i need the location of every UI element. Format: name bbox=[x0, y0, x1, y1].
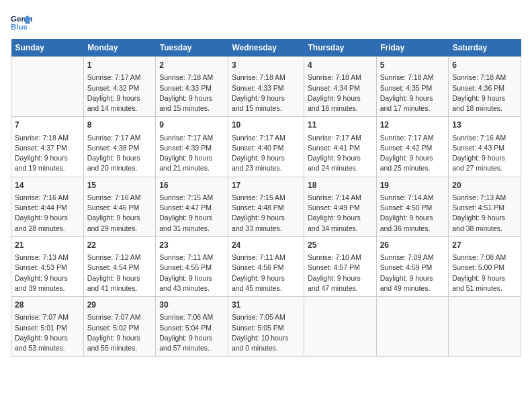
day-number: 31 bbox=[232, 300, 300, 311]
day-cell: 6Sunrise: 7:18 AM Sunset: 4:36 PM Daylig… bbox=[449, 57, 521, 117]
day-info: Sunrise: 7:18 AM Sunset: 4:35 PM Dayligh… bbox=[380, 73, 445, 113]
day-number: 19 bbox=[380, 180, 445, 191]
day-number: 9 bbox=[159, 120, 224, 131]
day-number: 22 bbox=[87, 240, 152, 251]
day-info: Sunrise: 7:09 AM Sunset: 4:59 PM Dayligh… bbox=[380, 253, 445, 293]
header-cell-friday: Friday bbox=[376, 39, 449, 57]
day-number: 27 bbox=[452, 240, 517, 251]
day-number: 21 bbox=[15, 240, 80, 251]
day-number: 11 bbox=[308, 120, 373, 131]
header-cell-thursday: Thursday bbox=[304, 39, 377, 57]
day-number: 16 bbox=[159, 180, 224, 191]
day-info: Sunrise: 7:13 AM Sunset: 4:51 PM Dayligh… bbox=[452, 193, 517, 234]
day-number: 18 bbox=[308, 180, 373, 191]
day-number: 3 bbox=[232, 60, 300, 71]
day-cell: 19Sunrise: 7:14 AM Sunset: 4:50 PM Dayli… bbox=[376, 177, 449, 236]
day-info: Sunrise: 7:15 AM Sunset: 4:48 PM Dayligh… bbox=[232, 193, 300, 234]
logo: General Blue bbox=[11, 11, 32, 32]
day-info: Sunrise: 7:14 AM Sunset: 4:50 PM Dayligh… bbox=[380, 193, 445, 234]
day-info: Sunrise: 7:18 AM Sunset: 4:33 PM Dayligh… bbox=[159, 73, 224, 113]
day-number: 7 bbox=[15, 120, 80, 131]
day-cell: 8Sunrise: 7:17 AM Sunset: 4:38 PM Daylig… bbox=[83, 117, 156, 177]
day-number: 26 bbox=[380, 240, 445, 251]
day-info: Sunrise: 7:15 AM Sunset: 4:47 PM Dayligh… bbox=[159, 193, 224, 234]
day-cell bbox=[11, 57, 84, 117]
day-cell: 22Sunrise: 7:12 AM Sunset: 4:54 PM Dayli… bbox=[83, 236, 156, 296]
day-cell: 26Sunrise: 7:09 AM Sunset: 4:59 PM Dayli… bbox=[376, 236, 449, 296]
day-cell: 18Sunrise: 7:14 AM Sunset: 4:49 PM Dayli… bbox=[304, 177, 377, 236]
day-info: Sunrise: 7:17 AM Sunset: 4:41 PM Dayligh… bbox=[308, 133, 373, 174]
day-info: Sunrise: 7:13 AM Sunset: 4:53 PM Dayligh… bbox=[15, 253, 80, 293]
day-number: 15 bbox=[87, 180, 152, 191]
day-cell bbox=[376, 297, 449, 357]
day-info: Sunrise: 7:06 AM Sunset: 5:04 PM Dayligh… bbox=[159, 312, 224, 353]
day-number: 8 bbox=[87, 120, 152, 131]
calendar-table: SundayMondayTuesdayWednesdayThursdayFrid… bbox=[11, 39, 521, 357]
header: General Blue bbox=[11, 11, 521, 32]
day-number: 20 bbox=[452, 180, 517, 191]
day-info: Sunrise: 7:17 AM Sunset: 4:39 PM Dayligh… bbox=[159, 133, 224, 174]
day-cell: 10Sunrise: 7:17 AM Sunset: 4:40 PM Dayli… bbox=[228, 117, 304, 177]
day-info: Sunrise: 7:17 AM Sunset: 4:42 PM Dayligh… bbox=[380, 133, 445, 174]
day-cell: 4Sunrise: 7:18 AM Sunset: 4:34 PM Daylig… bbox=[304, 57, 377, 117]
day-info: Sunrise: 7:18 AM Sunset: 4:37 PM Dayligh… bbox=[15, 133, 80, 174]
day-cell: 5Sunrise: 7:18 AM Sunset: 4:35 PM Daylig… bbox=[376, 57, 449, 117]
day-number: 5 bbox=[380, 60, 445, 71]
day-cell bbox=[449, 297, 521, 357]
header-cell-wednesday: Wednesday bbox=[228, 39, 304, 57]
day-cell: 3Sunrise: 7:18 AM Sunset: 4:33 PM Daylig… bbox=[228, 57, 304, 117]
day-number: 24 bbox=[232, 240, 300, 251]
day-cell: 16Sunrise: 7:15 AM Sunset: 4:47 PM Dayli… bbox=[156, 177, 228, 236]
week-row-2: 7Sunrise: 7:18 AM Sunset: 4:37 PM Daylig… bbox=[11, 117, 521, 177]
day-info: Sunrise: 7:14 AM Sunset: 4:49 PM Dayligh… bbox=[308, 193, 373, 234]
day-number: 17 bbox=[232, 180, 300, 191]
day-number: 13 bbox=[452, 120, 517, 131]
day-number: 28 bbox=[15, 300, 80, 311]
day-cell: 30Sunrise: 7:06 AM Sunset: 5:04 PM Dayli… bbox=[156, 297, 228, 357]
day-info: Sunrise: 7:08 AM Sunset: 5:00 PM Dayligh… bbox=[452, 253, 517, 293]
week-row-3: 14Sunrise: 7:16 AM Sunset: 4:44 PM Dayli… bbox=[11, 177, 521, 236]
day-cell: 31Sunrise: 7:05 AM Sunset: 5:05 PM Dayli… bbox=[228, 297, 304, 357]
day-number: 10 bbox=[232, 120, 300, 131]
header-cell-tuesday: Tuesday bbox=[156, 39, 228, 57]
day-number: 14 bbox=[15, 180, 80, 191]
day-info: Sunrise: 7:17 AM Sunset: 4:32 PM Dayligh… bbox=[87, 73, 152, 113]
week-row-5: 28Sunrise: 7:07 AM Sunset: 5:01 PM Dayli… bbox=[11, 297, 521, 357]
day-info: Sunrise: 7:18 AM Sunset: 4:33 PM Dayligh… bbox=[232, 73, 300, 113]
day-info: Sunrise: 7:16 AM Sunset: 4:43 PM Dayligh… bbox=[452, 133, 517, 174]
header-cell-saturday: Saturday bbox=[449, 39, 521, 57]
day-number: 23 bbox=[159, 240, 224, 251]
day-cell: 27Sunrise: 7:08 AM Sunset: 5:00 PM Dayli… bbox=[449, 236, 521, 296]
day-info: Sunrise: 7:05 AM Sunset: 5:05 PM Dayligh… bbox=[232, 312, 300, 353]
day-info: Sunrise: 7:18 AM Sunset: 4:36 PM Dayligh… bbox=[452, 73, 517, 113]
day-cell: 25Sunrise: 7:10 AM Sunset: 4:57 PM Dayli… bbox=[304, 236, 377, 296]
day-cell: 9Sunrise: 7:17 AM Sunset: 4:39 PM Daylig… bbox=[156, 117, 228, 177]
day-cell: 21Sunrise: 7:13 AM Sunset: 4:53 PM Dayli… bbox=[11, 236, 84, 296]
day-info: Sunrise: 7:10 AM Sunset: 4:57 PM Dayligh… bbox=[308, 253, 373, 293]
day-cell: 13Sunrise: 7:16 AM Sunset: 4:43 PM Dayli… bbox=[449, 117, 521, 177]
day-info: Sunrise: 7:16 AM Sunset: 4:44 PM Dayligh… bbox=[15, 193, 80, 234]
day-info: Sunrise: 7:07 AM Sunset: 5:01 PM Dayligh… bbox=[15, 312, 80, 353]
day-cell: 14Sunrise: 7:16 AM Sunset: 4:44 PM Dayli… bbox=[11, 177, 84, 236]
day-info: Sunrise: 7:18 AM Sunset: 4:34 PM Dayligh… bbox=[308, 73, 373, 113]
header-cell-monday: Monday bbox=[83, 39, 156, 57]
day-info: Sunrise: 7:11 AM Sunset: 4:56 PM Dayligh… bbox=[232, 253, 300, 293]
day-cell: 23Sunrise: 7:11 AM Sunset: 4:55 PM Dayli… bbox=[156, 236, 228, 296]
day-number: 4 bbox=[308, 60, 373, 71]
day-cell bbox=[304, 297, 377, 357]
day-cell: 12Sunrise: 7:17 AM Sunset: 4:42 PM Dayli… bbox=[376, 117, 449, 177]
day-info: Sunrise: 7:07 AM Sunset: 5:02 PM Dayligh… bbox=[87, 312, 152, 353]
day-cell: 2Sunrise: 7:18 AM Sunset: 4:33 PM Daylig… bbox=[156, 57, 228, 117]
day-cell: 15Sunrise: 7:16 AM Sunset: 4:46 PM Dayli… bbox=[83, 177, 156, 236]
day-number: 29 bbox=[87, 300, 152, 311]
day-info: Sunrise: 7:16 AM Sunset: 4:46 PM Dayligh… bbox=[87, 193, 152, 234]
day-number: 2 bbox=[159, 60, 224, 71]
calendar-body: 1Sunrise: 7:17 AM Sunset: 4:32 PM Daylig… bbox=[11, 57, 521, 357]
header-row: SundayMondayTuesdayWednesdayThursdayFrid… bbox=[11, 39, 521, 57]
logo-icon: General Blue bbox=[11, 11, 32, 32]
day-cell: 11Sunrise: 7:17 AM Sunset: 4:41 PM Dayli… bbox=[304, 117, 377, 177]
day-info: Sunrise: 7:11 AM Sunset: 4:55 PM Dayligh… bbox=[159, 253, 224, 293]
day-number: 12 bbox=[380, 120, 445, 131]
day-cell: 7Sunrise: 7:18 AM Sunset: 4:37 PM Daylig… bbox=[11, 117, 84, 177]
day-number: 1 bbox=[87, 60, 152, 71]
